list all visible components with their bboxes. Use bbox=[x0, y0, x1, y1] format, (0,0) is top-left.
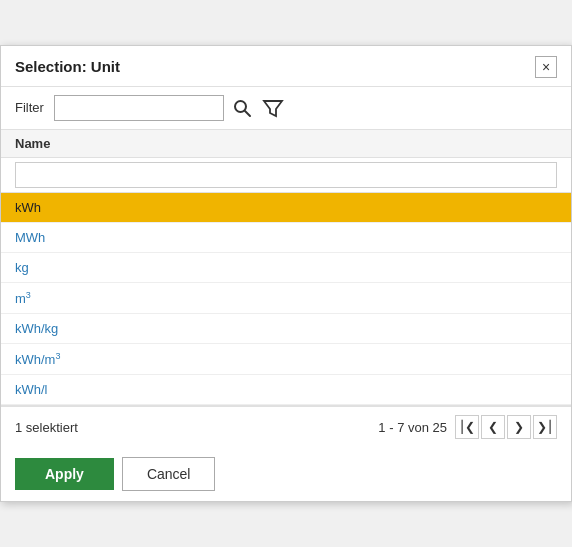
list-item[interactable]: m3 bbox=[1, 283, 571, 314]
filter-label: Filter bbox=[15, 100, 44, 115]
selection-dialog: Selection: Unit × Filter Name kWh MWh bbox=[0, 45, 572, 503]
pagination: 1 - 7 von 25 ⎮❮ ❮ ❯ ❯⎮ bbox=[378, 415, 557, 439]
list-item[interactable]: MWh bbox=[1, 223, 571, 253]
cancel-button[interactable]: Cancel bbox=[122, 457, 216, 491]
close-button[interactable]: × bbox=[535, 56, 557, 78]
list-item[interactable]: kWh bbox=[1, 193, 571, 223]
list-item[interactable]: kWh/l bbox=[1, 375, 571, 405]
column-search-input[interactable] bbox=[15, 162, 557, 188]
dialog-header: Selection: Unit × bbox=[1, 46, 571, 87]
dialog-title: Selection: Unit bbox=[15, 58, 120, 75]
search-button[interactable] bbox=[230, 96, 254, 120]
svg-marker-2 bbox=[264, 101, 282, 116]
filter-icon bbox=[262, 97, 284, 119]
selected-count: 1 selektiert bbox=[15, 420, 78, 435]
filter-button[interactable] bbox=[260, 95, 286, 121]
footer-row: 1 selektiert 1 - 7 von 25 ⎮❮ ❮ ❯ ❯⎮ bbox=[1, 406, 571, 447]
next-page-button[interactable]: ❯ bbox=[507, 415, 531, 439]
last-page-button[interactable]: ❯⎮ bbox=[533, 415, 557, 439]
first-page-button[interactable]: ⎮❮ bbox=[455, 415, 479, 439]
page-info: 1 - 7 von 25 bbox=[378, 420, 447, 435]
action-row: Apply Cancel bbox=[1, 447, 571, 501]
list-item[interactable]: kWh/kg bbox=[1, 314, 571, 344]
svg-line-1 bbox=[245, 111, 250, 116]
filter-input[interactable] bbox=[54, 95, 224, 121]
apply-button[interactable]: Apply bbox=[15, 458, 114, 490]
prev-page-button[interactable]: ❮ bbox=[481, 415, 505, 439]
filter-row: Filter bbox=[1, 87, 571, 129]
search-icon bbox=[232, 98, 252, 118]
search-row bbox=[1, 158, 571, 193]
list-item[interactable]: kg bbox=[1, 253, 571, 283]
table-area: Name kWh MWh kg m3 kWh/kg kWh/m3 kWh/l bbox=[1, 129, 571, 407]
list-item[interactable]: kWh/m3 bbox=[1, 344, 571, 375]
column-header: Name bbox=[1, 130, 571, 158]
